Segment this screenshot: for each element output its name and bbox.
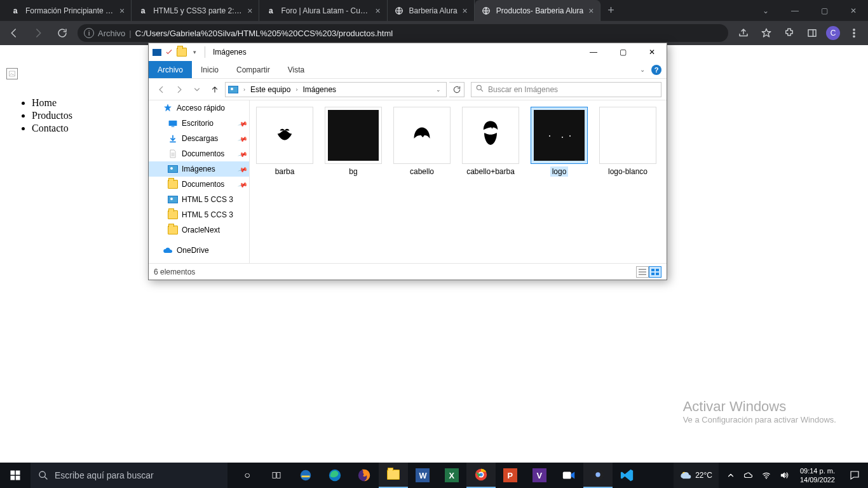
ribbon-tab-inicio[interactable]: Inicio [192,61,227,78]
onedrive-tray-icon[interactable] [743,463,754,488]
close-button[interactable]: ✕ [637,43,667,61]
chevron-right-icon[interactable]: › [241,86,248,93]
view-details-button[interactable] [636,266,649,278]
browser-tab[interactable]: a Foro | Alura Latam - Cursos o × [259,0,387,21]
side-panel-icon[interactable] [803,24,821,42]
explorer-titlebar[interactable]: ▾ Imágenes ― ▢ ✕ [149,43,667,61]
qat-dropdown-icon[interactable]: ▾ [189,47,200,57]
explorer-search-input[interactable]: Buscar en Imágenes [471,82,661,97]
nav-item-html5ccs3-folder[interactable]: HTML 5 CCS 3 [149,207,249,222]
wifi-icon[interactable] [761,463,772,488]
powerpoint-icon[interactable]: P [496,463,525,488]
close-button[interactable]: ✕ [839,0,868,21]
breadcrumb-box[interactable]: › Este equipo › Imágenes ⌄ [225,82,447,97]
qat-icon[interactable] [164,47,174,57]
breadcrumb-segment[interactable]: Imágenes [302,85,336,94]
notifications-icon[interactable] [845,470,864,481]
profile-avatar[interactable]: C [826,26,840,40]
nav-item-oraclenext[interactable]: OracleNext [149,222,249,238]
file-item[interactable]: logo-blanco [599,107,656,177]
start-button[interactable] [0,463,31,488]
nav-link-contacto[interactable]: Contacto [32,123,72,134]
browser-tab-active[interactable]: Productos- Barberia Alura × [475,0,601,21]
close-icon[interactable]: × [247,6,252,16]
nav-item-descargas[interactable]: Descargas 📌 [149,131,249,146]
omnibox[interactable]: i Archivo | C:/Users/Gabriela%20Silva/HT… [78,24,728,42]
folder-icon[interactable] [177,47,187,57]
explorer-navigation-pane[interactable]: Acceso rápido Escritorio 📌 Descargas 📌 D… [149,100,250,263]
extensions-icon[interactable] [780,24,798,42]
ie-icon[interactable] [291,463,320,488]
tray-chevron-up-icon[interactable] [725,463,736,488]
file-item[interactable]: cabello [393,107,451,177]
close-icon[interactable]: × [588,6,593,16]
close-icon[interactable]: × [375,6,380,16]
weather-widget[interactable]: 22°C [674,463,719,488]
browser-tab[interactable]: a HTML5 y CSS3 parte 2: Posici × [132,0,259,21]
chrome-canary-icon[interactable] [583,463,613,488]
browser-tab[interactable]: Barberia Alura × [388,0,475,21]
bookmark-star-icon[interactable] [757,24,775,42]
nav-item-imagenes[interactable]: Imágenes 📌 [149,161,249,177]
tray-clock[interactable]: 09:14 p. m. 14/09/2022 [796,466,839,484]
chevron-down-icon[interactable]: ⌄ [640,66,645,73]
nav-quick-access[interactable]: Acceso rápido [149,100,249,116]
help-icon[interactable]: ? [651,65,661,75]
refresh-button[interactable] [449,82,465,97]
chrome-icon[interactable] [466,463,496,488]
forward-button[interactable] [29,24,47,42]
file-item-selected[interactable]: logo [531,107,588,177]
share-icon[interactable] [735,24,752,42]
close-icon[interactable]: × [119,6,125,16]
browser-tab[interactable]: a Formación Principiante en Pr × [4,0,132,21]
maximize-button[interactable]: ▢ [810,0,839,21]
chevron-down-icon[interactable]: ⌄ [751,0,780,21]
nav-item-documentos[interactable]: Documentos 📌 [149,146,249,161]
ribbon-tab-compartir[interactable]: Compartir [227,61,279,78]
reload-button[interactable] [53,24,71,42]
breadcrumb-segment[interactable]: Este equipo [250,85,290,94]
nav-link-home[interactable]: Home [32,97,72,109]
ribbon-tab-archivo[interactable]: Archivo [149,61,192,78]
chevron-down-icon[interactable]: ⌄ [433,86,444,93]
recent-dropdown-icon[interactable] [189,82,205,97]
firefox-icon[interactable] [349,463,379,488]
thumbnails: barba bg cabello cabello+barba [256,107,667,177]
file-explorer-icon[interactable] [379,463,408,488]
ribbon-tab-vista[interactable]: Vista [279,61,313,78]
chevron-right-icon[interactable]: › [293,86,300,93]
excel-icon[interactable]: X [437,463,466,488]
minimize-button[interactable]: ― [579,43,608,61]
file-item[interactable]: cabello+barba [462,107,519,177]
file-item[interactable]: bg [325,107,382,177]
task-view-icon[interactable] [262,463,291,488]
meet-icon[interactable] [554,463,583,488]
menu-kebab-icon[interactable] [845,24,863,42]
taskbar-search-input[interactable]: Escribe aquí para buscar [31,463,227,488]
nav-label: OracleNext [182,226,220,234]
visual-studio-icon[interactable]: V [525,463,554,488]
vscode-icon[interactable] [613,463,642,488]
nav-item-documentos-2[interactable]: Documentos 📌 [149,177,249,192]
nav-item-html5ccs3-img[interactable]: HTML 5 CCS 3 [149,192,249,207]
back-button[interactable] [5,24,23,42]
file-item[interactable]: barba [256,107,313,177]
properties-icon[interactable] [153,49,161,56]
nav-item-escritorio[interactable]: Escritorio 📌 [149,116,249,131]
maximize-button[interactable]: ▢ [608,43,637,61]
explorer-content[interactable]: barba bg cabello cabello+barba [250,100,667,263]
cortana-icon[interactable]: ○ [233,463,262,488]
view-thumbnails-button[interactable] [649,266,661,278]
back-button[interactable] [154,82,169,97]
new-tab-button[interactable]: + [600,0,621,21]
word-icon[interactable]: W [408,463,437,488]
up-button[interactable] [207,82,222,97]
taskbar: Escribe aquí para buscar ○ W X P V 22°C … [0,463,868,488]
close-icon[interactable]: × [463,6,468,16]
nav-item-onedrive[interactable]: OneDrive [149,243,249,258]
edge-icon[interactable] [320,463,349,488]
volume-icon[interactable] [778,463,790,488]
forward-button[interactable] [172,82,187,97]
nav-link-productos[interactable]: Productos [32,110,72,121]
minimize-button[interactable]: ― [780,0,810,21]
